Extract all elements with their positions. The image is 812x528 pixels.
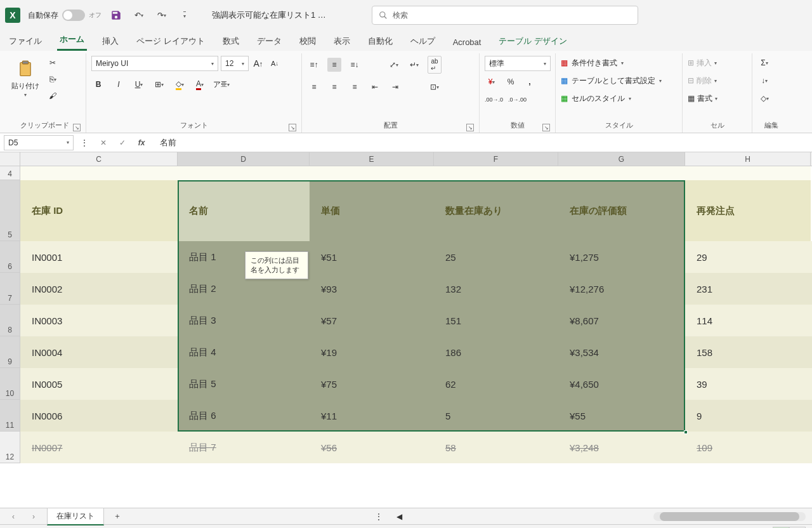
align-center-icon[interactable]: ≡ <box>327 80 341 94</box>
percent-icon[interactable]: % <box>504 75 518 89</box>
save-icon[interactable] <box>109 8 123 22</box>
cell[interactable]: ¥56 <box>310 432 434 463</box>
cell[interactable]: IN0002 <box>20 273 178 305</box>
cell[interactable]: 151 <box>434 305 558 336</box>
italic-button[interactable]: I <box>112 77 126 91</box>
spreadsheet-grid[interactable]: C D E F G H 456789101112 この列には品目名を入力します … <box>0 152 812 508</box>
font-color-icon[interactable]: A ▾ <box>193 77 207 91</box>
tab-テーブル デザイン[interactable]: テーブル デザイン <box>496 32 570 51</box>
align-bottom-icon[interactable]: ≡↓ <box>348 58 362 72</box>
cell[interactable]: ¥51 <box>310 241 434 273</box>
col-header-C[interactable]: C <box>20 152 178 166</box>
name-box[interactable]: D5▾ <box>4 135 74 150</box>
cell[interactable]: IN0006 <box>20 400 178 432</box>
orientation-icon[interactable]: ⤢ ▾ <box>387 58 401 72</box>
tab-ファイル[interactable]: ファイル <box>6 32 44 51</box>
fx-icon[interactable]: fx <box>134 136 148 150</box>
row-header-9[interactable]: 9 <box>0 336 20 368</box>
cell[interactable] <box>20 166 178 180</box>
cell[interactable]: 132 <box>434 273 558 305</box>
clear-icon[interactable]: ◇ ▾ <box>757 91 771 105</box>
row-header-11[interactable]: 11 <box>0 400 20 432</box>
tab-表示[interactable]: 表示 <box>331 32 353 51</box>
cell[interactable]: 品目 5 <box>178 368 310 400</box>
redo-icon[interactable]: ↷ ▾ <box>155 8 169 22</box>
cell[interactable]: IN0001 <box>20 241 178 273</box>
align-left-icon[interactable]: ≡ <box>307 80 321 94</box>
cell[interactable]: ¥19 <box>310 336 434 368</box>
cell[interactable]: ¥55 <box>558 400 685 432</box>
autosum-icon[interactable]: Σ ▾ <box>757 56 771 70</box>
cell[interactable]: 品目 7 <box>178 432 310 463</box>
underline-button[interactable]: U ▾ <box>132 77 146 91</box>
tab-挿入[interactable]: 挿入 <box>100 32 121 51</box>
cells-area[interactable]: この列には品目名を入力します 在庫 ID名前単価数量在庫あり在庫の評価額再発注点… <box>20 166 812 463</box>
cell[interactable]: ¥75 <box>310 368 434 400</box>
enter-icon[interactable]: ✓ <box>115 136 129 150</box>
cell[interactable]: ¥12,276 <box>558 273 685 305</box>
wrap-text-icon[interactable]: ↵ ▾ <box>407 58 421 72</box>
tab-Acrobat[interactable]: Acrobat <box>450 34 484 51</box>
tab-ページ レイアウト[interactable]: ページ レイアウト <box>134 32 207 51</box>
sheet-next-icon[interactable]: › <box>27 510 41 524</box>
cell[interactable]: ¥8,607 <box>558 305 685 336</box>
col-header-H[interactable]: H <box>685 152 811 166</box>
decrease-font-icon[interactable]: A↓ <box>268 56 282 70</box>
cell[interactable]: 62 <box>434 368 558 400</box>
cut-icon[interactable]: ✂ <box>46 56 60 70</box>
cell[interactable]: IN0003 <box>20 305 178 336</box>
row-header-5[interactable]: 5 <box>0 180 20 241</box>
tab-数式[interactable]: 数式 <box>220 32 242 51</box>
currency-icon[interactable]: ¥▾ <box>485 75 499 89</box>
font-name-select[interactable]: Meiryo UI▾ <box>91 56 218 71</box>
decrease-decimal-icon[interactable]: .0→.00 <box>508 93 527 107</box>
cell[interactable] <box>558 166 685 180</box>
row-header-7[interactable]: 7 <box>0 273 20 305</box>
font-launcher[interactable]: ↘ <box>289 124 296 131</box>
format-table-button[interactable]: ▦テーブルとして書式設定 ▾ <box>561 74 677 88</box>
phonetic-icon[interactable]: ア亜 ▾ <box>213 77 230 91</box>
clipboard-launcher[interactable]: ↘ <box>73 124 81 131</box>
bold-button[interactable]: B <box>91 77 105 91</box>
undo-icon[interactable]: ↶ ▾ <box>132 8 146 22</box>
row-header-4[interactable]: 4 <box>0 166 20 180</box>
cell[interactable]: 数量在庫あり <box>434 180 558 241</box>
cell[interactable]: 114 <box>685 305 811 336</box>
fill-color-icon[interactable]: ◇ ▾ <box>173 77 187 91</box>
cell[interactable]: IN0004 <box>20 336 178 368</box>
cell[interactable]: 品目 3 <box>178 305 310 336</box>
col-header-F[interactable]: F <box>434 152 558 166</box>
cell-styles-button[interactable]: ▦セルのスタイル ▾ <box>561 91 677 105</box>
cell[interactable]: IN0005 <box>20 368 178 400</box>
cell[interactable]: 名前 <box>178 180 310 241</box>
cell[interactable]: ¥11 <box>310 400 434 432</box>
new-sheet-icon[interactable]: ＋ <box>110 510 124 524</box>
conditional-format-button[interactable]: ▦条件付き書式 ▾ <box>561 56 677 70</box>
fill-handle[interactable] <box>684 430 688 434</box>
cell[interactable]: ¥3,248 <box>558 432 685 463</box>
border-icon[interactable]: ⊞ ▾ <box>152 77 166 91</box>
increase-decimal-icon[interactable]: .00→.0 <box>485 93 503 107</box>
increase-font-icon[interactable]: A↑ <box>251 56 265 70</box>
cell[interactable]: ¥57 <box>310 305 434 336</box>
cell[interactable]: 9 <box>685 400 811 432</box>
copy-icon[interactable]: ⎘ ▾ <box>46 72 60 86</box>
cell[interactable] <box>685 166 811 180</box>
cell[interactable]: 25 <box>434 241 558 273</box>
cell[interactable]: ¥1,275 <box>558 241 685 273</box>
cell[interactable]: 在庫 ID <box>20 180 178 241</box>
tab-校閲[interactable]: 校閲 <box>297 32 318 51</box>
row-header-6[interactable]: 6 <box>0 241 20 273</box>
fill-icon[interactable]: ↓ ▾ <box>757 74 771 88</box>
cell[interactable]: 品目 4 <box>178 336 310 368</box>
align-middle-icon[interactable]: ≡ <box>327 58 341 72</box>
cell[interactable]: 在庫の評価額 <box>558 180 685 241</box>
row-header-12[interactable]: 12 <box>0 432 20 463</box>
cell[interactable]: 5 <box>434 400 558 432</box>
wrap-button[interactable]: ab↵ <box>428 56 442 74</box>
cell[interactable]: 単価 <box>310 180 434 241</box>
cell[interactable]: 29 <box>685 241 811 273</box>
row-header-8[interactable]: 8 <box>0 305 20 336</box>
cell[interactable]: IN0007 <box>20 432 178 463</box>
cell[interactable]: 158 <box>685 336 811 368</box>
